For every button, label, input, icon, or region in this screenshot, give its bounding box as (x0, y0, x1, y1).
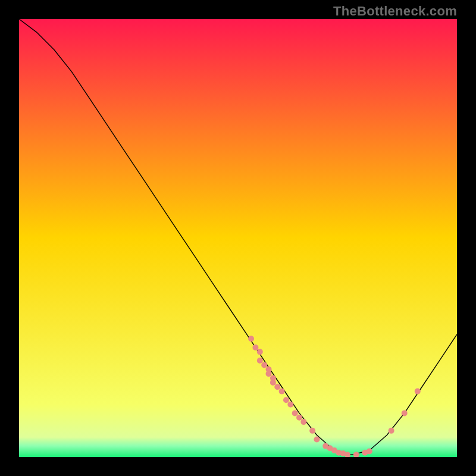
chart-frame (19, 19, 457, 457)
watermark-text: TheBottleneck.com (333, 4, 457, 19)
chart-canvas (19, 19, 457, 457)
